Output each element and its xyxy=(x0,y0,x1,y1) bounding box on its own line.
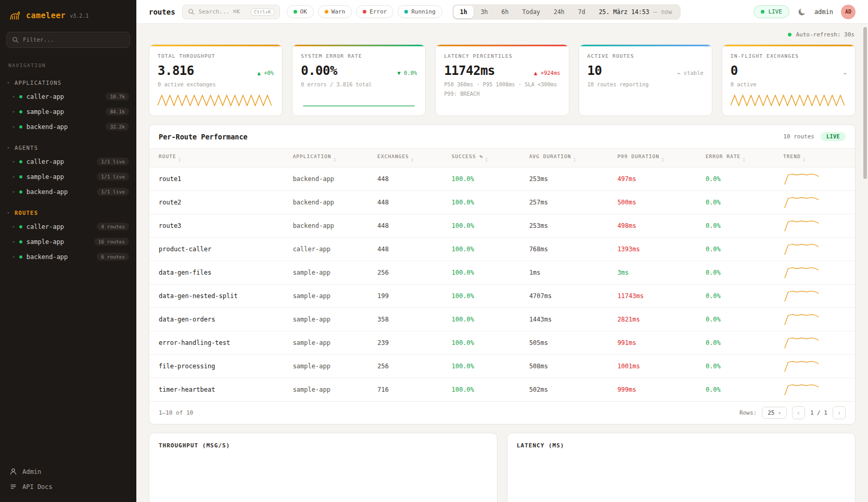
sidebar-item-agent[interactable]: sample-app 1/1 live xyxy=(0,169,136,184)
table-row[interactable]: data-gen-orders sample-app 358 100.0% 14… xyxy=(149,308,855,331)
search-icon xyxy=(12,36,19,43)
sidebar-item-agent[interactable]: caller-app 1/1 live xyxy=(0,154,136,169)
column-header-p99-duration[interactable]: P99 DURATION xyxy=(608,149,696,168)
column-header-error-rate[interactable]: ERROR RATE xyxy=(696,149,774,168)
sidebar-item-application[interactable]: backend-app 32.2k xyxy=(0,119,136,134)
kpi-latency-percentiles: LATENCY PERCENTILES 11742ms ▲ +924ms P50… xyxy=(435,44,569,116)
sidebar-item-label: caller-app xyxy=(27,223,64,230)
time-range-button[interactable]: 1h xyxy=(454,6,474,18)
cell-application: backend-app xyxy=(284,168,368,191)
date-range-separator: — xyxy=(654,8,657,16)
cell-p99-duration: 991ms xyxy=(608,331,696,355)
column-header-success[interactable]: SUCCESS % xyxy=(442,149,520,168)
sidebar-section-header-agents[interactable]: AGENTS xyxy=(0,143,136,153)
cell-exchanges: 358 xyxy=(368,308,442,331)
count-badge: 1/1 live xyxy=(97,173,129,181)
table-row[interactable]: data-gen-files sample-app 256 100.0% 1ms… xyxy=(149,261,855,285)
sidebar-item-label: sample-app xyxy=(27,173,64,181)
cell-avg-duration: 505ms xyxy=(520,331,608,355)
column-header-exchanges[interactable]: EXCHANGES xyxy=(368,149,442,168)
cell-avg-duration: 257ms xyxy=(520,191,608,214)
caret-icon xyxy=(12,225,15,229)
table-row[interactable]: error-handling-test sample-app 239 100.0… xyxy=(149,331,855,355)
time-range-button[interactable]: 3h xyxy=(475,6,494,18)
cell-success: 100.0% xyxy=(442,214,520,238)
cell-exchanges: 256 xyxy=(368,355,442,378)
cell-route: route1 xyxy=(149,168,284,191)
sort-icon xyxy=(803,157,806,162)
cell-application: backend-app xyxy=(284,191,368,214)
cell-error-rate: 0.0% xyxy=(696,238,774,261)
table-header-row: ROUTE APPLICATION EXCHANGES SUCCESS % AV… xyxy=(149,149,855,168)
sidebar-filter-input[interactable]: Filter... xyxy=(6,32,130,48)
count-badge: 4 routes xyxy=(97,223,129,230)
sidebar-item-application[interactable]: caller-app 10.7k xyxy=(0,89,136,104)
kpi-system-error-rate: SYSTEM ERROR RATE 0.00% ▼ 0.0% 0 errors … xyxy=(292,44,426,116)
cell-route: product-caller xyxy=(149,238,284,261)
time-range-button[interactable]: 7d xyxy=(572,6,592,18)
time-range-button[interactable]: 24h xyxy=(547,6,571,18)
column-header-route[interactable]: ROUTE xyxy=(149,149,284,168)
sidebar-item-application[interactable]: sample-app 84.1k xyxy=(0,104,136,119)
table-row[interactable]: data-gen-nested-split sample-app 199 100… xyxy=(149,285,855,308)
throughput-chart-card: THROUGHPUT (MSG/S) xyxy=(149,433,497,502)
cell-route: route2 xyxy=(149,191,284,214)
status-filter-pill[interactable]: Error xyxy=(356,5,393,18)
sidebar-item-route-app[interactable]: backend-app 6 routes xyxy=(0,249,136,264)
time-range-button[interactable]: 6h xyxy=(495,6,515,18)
vertical-scrollbar[interactable] xyxy=(863,27,867,179)
sidebar-section-header-applications[interactable]: APPLICATIONS xyxy=(0,78,136,88)
card-accent-bar xyxy=(149,45,282,46)
next-page-button[interactable]: › xyxy=(833,406,846,419)
date-range-display[interactable]: 25. März 14:53 — now xyxy=(592,8,680,16)
avatar[interactable]: AD xyxy=(841,5,856,19)
cell-p99-duration: 500ms xyxy=(608,191,696,214)
kpi-subtext: P50 360ms · P95 1008ms · SLA <300ms xyxy=(444,81,560,87)
dark-mode-toggle[interactable] xyxy=(797,7,807,17)
table-live-badge: LIVE xyxy=(821,132,846,141)
sidebar-section-applications: APPLICATIONS caller-app 10.7k sample-app… xyxy=(0,78,136,134)
table-row[interactable]: product-caller caller-app 448 100.0% 768… xyxy=(149,238,855,261)
pagination-range: 1–10 of 10 xyxy=(159,409,193,416)
sidebar-item-route-app[interactable]: sample-app 16 routes xyxy=(0,234,136,249)
sidebar-item-route-app[interactable]: caller-app 4 routes xyxy=(0,219,136,234)
cell-avg-duration: 253ms xyxy=(520,214,608,238)
live-status-badge[interactable]: LIVE xyxy=(754,5,789,18)
search-input[interactable]: Search... ⌘K Ctrl+K xyxy=(182,5,280,19)
cell-route: error-handling-test xyxy=(149,331,284,355)
in-flight-sparkline xyxy=(731,92,847,109)
status-dot xyxy=(19,95,22,98)
table-row[interactable]: route2 backend-app 448 100.0% 257ms 500m… xyxy=(149,191,855,214)
table-row[interactable]: route1 backend-app 448 100.0% 253ms 497m… xyxy=(149,168,855,191)
app-logo: cameleer v3.2.1 xyxy=(0,0,136,29)
trend-sparkline xyxy=(783,312,821,327)
cell-success: 100.0% xyxy=(442,355,520,378)
table-row[interactable]: file-processing sample-app 256 100.0% 50… xyxy=(149,355,855,378)
sidebar-item-admin[interactable]: Admin xyxy=(9,468,127,475)
trend-sparkline xyxy=(783,336,821,350)
sidebar-item-agent[interactable]: backend-app 1/1 live xyxy=(0,184,136,199)
cell-error-rate: 0.0% xyxy=(696,285,774,308)
caret-icon xyxy=(12,95,15,99)
sidebar-item-api-docs[interactable]: API Docs xyxy=(9,483,127,491)
kpi-row: TOTAL THROUGHPUT 3.816 ▲ +0% 0 active ex… xyxy=(149,44,856,116)
cell-success: 100.0% xyxy=(442,168,520,191)
table-row[interactable]: route3 backend-app 448 100.0% 253ms 498m… xyxy=(149,214,855,238)
status-filter-pill[interactable]: Running xyxy=(398,5,442,18)
sidebar-section-header-routes[interactable]: ROUTES xyxy=(0,208,136,218)
sort-icon xyxy=(662,157,664,162)
rows-per-page-select[interactable]: 25 xyxy=(762,407,787,419)
status-filter-pill[interactable]: OK xyxy=(287,5,314,18)
status-filter-pill[interactable]: Warn xyxy=(318,5,352,18)
column-header-application[interactable]: APPLICATION xyxy=(284,149,368,168)
user-icon xyxy=(9,468,17,475)
table-row[interactable]: timer-heartbeat sample-app 716 100.0% 50… xyxy=(149,378,855,402)
prev-page-button[interactable]: ‹ xyxy=(792,406,805,419)
column-header-trend[interactable]: TREND xyxy=(774,149,855,168)
caret-icon xyxy=(12,125,15,129)
time-range-button[interactable]: Today xyxy=(516,6,546,18)
cell-application: backend-app xyxy=(284,214,368,238)
column-header-avg-duration[interactable]: AVG DURATION xyxy=(520,149,608,168)
status-dot xyxy=(19,175,22,178)
caret-icon xyxy=(12,175,15,179)
